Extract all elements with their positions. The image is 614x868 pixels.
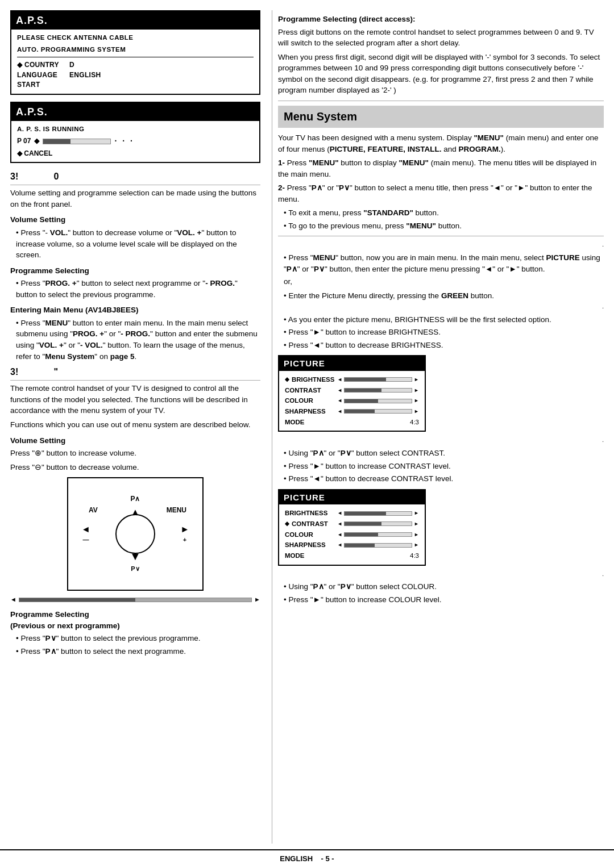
entering-header: Entering Main Menu (AV14BJ8EES) xyxy=(10,304,260,316)
bar1c-left-marker: ◄ xyxy=(337,387,342,394)
picture-row-sharpness2: SHARPNESS ◄ ► xyxy=(285,540,419,550)
aps-country-row: ◆ COUNTRY D xyxy=(17,60,254,70)
brightness1-label: BRIGHTNESS xyxy=(285,375,334,385)
mode2-value: 4:3 xyxy=(410,551,419,561)
mode1-value: 4:3 xyxy=(410,418,419,427)
volume-setting-header: Volume Setting xyxy=(10,214,260,226)
pic-dot2: . xyxy=(278,303,604,311)
pic-bullet2: Enter the Picture Menu directly, pressin… xyxy=(284,290,604,302)
contrast2-fill xyxy=(345,522,381,525)
right-plus-symbol: + xyxy=(183,536,186,545)
bar1col-right-marker: ► xyxy=(414,397,419,404)
aps-line1: PLEASE CHECK ANTENNA CABLE xyxy=(17,33,254,43)
pic-dot3: . xyxy=(278,436,604,445)
pic-dot4: . xyxy=(278,570,604,579)
aps-running-line: A. P. S. IS RUNNING xyxy=(17,124,254,134)
contrast-bullet2: Press "►" button to increase CONTRAST le… xyxy=(284,461,604,472)
aps-line2: AUTO. PROGRAMMING SYSTEM xyxy=(17,45,254,55)
pic-dot1: . xyxy=(278,241,604,249)
brightness2-label: BRIGHTNESS xyxy=(285,508,330,518)
direct-access-body2: When you press first digit, second digit… xyxy=(278,52,604,96)
right-arrow-symbol: ► xyxy=(180,523,189,536)
aps-prog-label: P 07 xyxy=(17,136,31,146)
volume-setting2-header: Volume Setting xyxy=(10,435,260,446)
contrast1-fill xyxy=(345,389,381,392)
section1-body: Volume setting and programme selection c… xyxy=(10,187,260,210)
picture-row-mode2: MODE 4:3 xyxy=(285,551,419,561)
aps-progress-row: P 07 ◆ · · · xyxy=(17,135,254,147)
picture-row-colour2: COLOUR ◄ ► xyxy=(285,530,419,540)
menu-bullet2: To go to the previous menu, press "MENU"… xyxy=(284,220,604,232)
pic-or: or, xyxy=(284,276,604,287)
section2-body2: Functions which you can use out of menu … xyxy=(10,419,260,431)
picture-box1-title: PICTURE xyxy=(279,356,425,371)
remote-left-arrow: ◄ — xyxy=(81,523,90,545)
bar1s-left-marker: ◄ xyxy=(337,408,342,415)
remote-av-label: AV xyxy=(89,506,98,515)
remote-inner: AV MENU P∧ ▲ ▼ P∨ ◄ — xyxy=(78,489,192,579)
pic-bullet1: Press "MENU" button, now you are in main… xyxy=(284,252,604,274)
vol2-line1: Press "⊕" button to increase volume. xyxy=(10,448,260,459)
picture-row-brightness2: BRIGHTNESS ◄ ► xyxy=(285,508,419,518)
sharpness2-label: SHARPNESS xyxy=(285,540,330,550)
colour2-fill xyxy=(345,533,378,536)
left-minus-symbol: — xyxy=(82,536,89,545)
remote-center-circle xyxy=(115,514,155,554)
bar2col-right-marker: ► xyxy=(414,531,419,539)
picture-box2-title: PICTURE xyxy=(279,490,425,505)
footer-page: - 5 - xyxy=(321,854,334,863)
remote-diagram: AV MENU P∧ ▲ ▼ P∨ ◄ — xyxy=(67,477,204,591)
aps-language-row: LANGUAGE ENGLISH xyxy=(17,70,254,80)
picture-row-sharpness1: SHARPNESS ◄ ► xyxy=(285,407,419,416)
mode2-label: MODE xyxy=(285,551,330,561)
bar2s-left-marker: ◄ xyxy=(337,541,342,549)
sharpness2-fill xyxy=(345,544,375,547)
aps-title: A.P.S. xyxy=(11,11,259,30)
brightness2-fill xyxy=(345,512,386,515)
brightness1-fill xyxy=(345,378,386,381)
prog-selecting-header: Programme Selecting xyxy=(10,265,260,277)
sharpness1-fill xyxy=(345,410,375,413)
colour2-label: COLOUR xyxy=(285,530,330,540)
section1-num2: 0 xyxy=(53,172,59,181)
footer-bar: ENGLISH - 5 - xyxy=(0,849,614,868)
picture-box1-content: BRIGHTNESS ◄ ► CONTRAST ◄ xyxy=(279,371,425,431)
aps-start-label: START xyxy=(17,80,63,90)
entering-bullet: Press "MENU" button to enter main menu. … xyxy=(16,318,260,362)
colour1-label: COLOUR xyxy=(285,396,330,406)
picture-row-brightness1: BRIGHTNESS ◄ ► xyxy=(285,375,419,385)
menu-step2: 2- Press "P∧" or "P∨" button to select a… xyxy=(278,182,604,205)
right-column: Programme Selecting (direct access): Pre… xyxy=(272,10,604,844)
brightness2-bar xyxy=(344,511,412,516)
aps-language-label: LANGUAGE xyxy=(17,70,63,80)
aps-running-content: A. P. S. IS RUNNING P 07 ◆ · · · ◆ CANCE… xyxy=(11,121,259,162)
bar2c-left-marker: ◄ xyxy=(337,520,342,528)
picture-row-contrast2: CONTRAST ◄ ► xyxy=(285,519,419,529)
page-container: A.P.S. PLEASE CHECK ANTENNA CABLE AUTO. … xyxy=(0,0,614,868)
section2-heading: 3! " xyxy=(10,365,260,381)
direct-access-header: Programme Selecting (direct access): xyxy=(278,14,604,25)
prog-selecting2-header: Programme Selecting(Previous or next pro… xyxy=(10,609,260,631)
colour-bullet1: Using "P∧" or "P∨" button select COLOUR. xyxy=(284,581,604,592)
volume-bullet1: Press "- VOL." button to decrease volume… xyxy=(16,227,260,261)
remote-pb-right-icon: ► xyxy=(254,595,260,604)
p-down-label: P∨ xyxy=(131,565,139,574)
remote-right-arrow: ► + xyxy=(180,523,189,545)
colour1-bar xyxy=(344,399,412,403)
section2-num2: " xyxy=(53,367,58,377)
sharpness1-label: SHARPNESS xyxy=(285,407,330,416)
section1-heading: 3! 0 xyxy=(10,170,260,185)
picture-row-colour1: COLOUR ◄ ► xyxy=(285,396,419,406)
aps-running-title: A.P.S. xyxy=(11,103,259,121)
colour1-fill xyxy=(345,399,378,403)
colour-bullet2: Press "►" button to increase COLOUR leve… xyxy=(284,594,604,606)
aps-setup-box: A.P.S. PLEASE CHECK ANTENNA CABLE AUTO. … xyxy=(10,10,260,95)
bar2-left-marker: ◄ xyxy=(337,510,342,517)
aps-running-box: A.P.S. A. P. S. IS RUNNING P 07 ◆ · · · … xyxy=(10,102,260,163)
aps-arrow-icon: ◆ xyxy=(34,136,39,146)
brightness1-bar xyxy=(344,377,412,382)
p-up-label: P∧ xyxy=(130,494,140,504)
remote-pb-line xyxy=(19,598,252,602)
picture-row-mode1: MODE 4:3 xyxy=(285,418,419,427)
prog2-bullet1: Press "P∨" button to select the previous… xyxy=(16,633,260,644)
